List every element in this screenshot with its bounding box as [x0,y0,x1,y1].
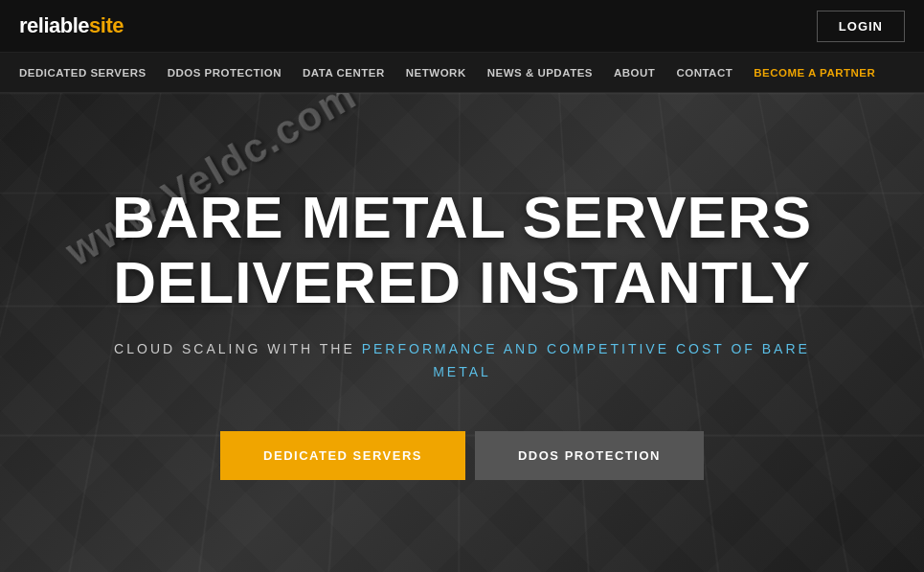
hero-title-line2: DELIVERED INSTANTLY [113,249,811,315]
site-logo[interactable]: reliablesite [19,13,124,38]
hero-subtitle-highlight: PERFORMANCE AND COMPETITIVE COST OF BARE [362,341,810,356]
site-header: reliablesite LOGIN [0,0,924,53]
cta-dedicated-servers-button[interactable]: DEDICATED SERVERS [220,431,465,480]
nav-item-news-updates[interactable]: NEWS & UPDATES [487,67,593,79]
hero-cta-buttons: DEDICATED SERVERS DDOS PROTECTION [112,431,812,480]
hero-subtitle-highlight2: METAL [433,364,491,379]
hero-title-line1: BARE METAL SERVERS [112,184,812,250]
logo-text-reliable: reliable [19,13,89,38]
nav-item-network[interactable]: NETWORK [406,67,466,79]
cta-ddos-protection-button[interactable]: DDOS PROTECTION [475,431,704,480]
hero-section: www.Veldc.com BARE METAL SERVERS DELIVER… [0,93,924,572]
nav-item-dedicated-servers[interactable]: DEDICATED SERVERS [19,67,146,79]
nav-item-about[interactable]: ABOUT [614,67,655,79]
login-button[interactable]: LOGIN [817,11,905,42]
hero-content: BARE METAL SERVERS DELIVERED INSTANTLY C… [74,185,850,481]
nav-item-data-center[interactable]: DATA CENTER [303,67,385,79]
nav-item-become-partner[interactable]: BECOME A PARTNER [754,67,875,79]
nav-item-contact[interactable]: CONTACT [676,67,732,79]
hero-title: BARE METAL SERVERS DELIVERED INSTANTLY [112,185,812,315]
hero-subtitle: CLOUD SCALING WITH THE PERFORMANCE AND C… [112,338,812,384]
hero-subtitle-before: CLOUD SCALING WITH THE [114,341,362,356]
nav-item-ddos-protection[interactable]: DDOS PROTECTION [168,67,282,79]
logo-text-site: site [89,13,124,38]
main-nav: DEDICATED SERVERS DDOS PROTECTION DATA C… [0,53,924,93]
